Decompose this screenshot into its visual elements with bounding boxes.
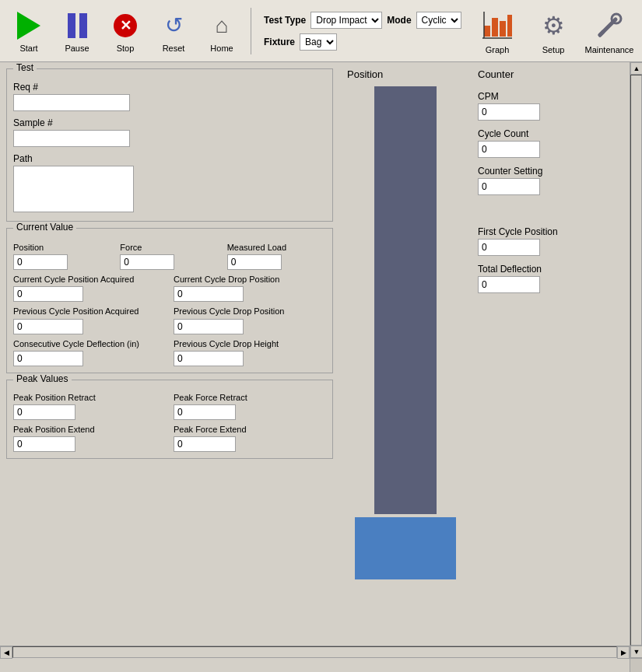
reset-label: Reset [163, 44, 185, 53]
cpm-field: CPM [478, 91, 626, 121]
cv-curr-cycle-drop-pos-label: Current Cycle Drop Position [174, 275, 326, 285]
test-type-label: Test Type [264, 15, 306, 26]
sample-label: Sample # [13, 117, 134, 128]
scroll-up-button[interactable]: ▲ [630, 62, 642, 75]
setup-label: Setup [542, 45, 565, 54]
scroll-right-button[interactable]: ▶ [617, 646, 630, 659]
svg-rect-2 [492, 18, 498, 37]
cv-prev-cycle-pos-acq-label: Previous Cycle Position Acquired [13, 306, 166, 317]
peak-force-retract-field: Peak Force Retract [174, 393, 326, 420]
wrench-icon [591, 8, 627, 44]
svg-line-9 [600, 32, 603, 35]
position-bar-bottom [355, 517, 456, 579]
toolbar-separator [251, 8, 251, 54]
req-input[interactable] [13, 94, 130, 111]
req-label: Req # [13, 82, 134, 93]
graph-button[interactable]: Graph [471, 5, 524, 58]
home-icon: ⌂ [205, 9, 238, 42]
cv-prev-cycle-drop-pos-field: Previous Cycle Drop Position [174, 306, 326, 334]
vertical-scrollbar[interactable]: ▲ ▼ [630, 62, 642, 658]
horizontal-scrollbar[interactable]: ◀ ▶ [0, 646, 630, 658]
right-separator [478, 203, 626, 219]
start-button[interactable]: Start [6, 6, 51, 56]
cv-position-field: Position [13, 243, 112, 270]
cv-prev-cycle-drop-height-input[interactable] [174, 351, 244, 366]
cv-prev-cycle-pos-acq-input[interactable] [13, 319, 83, 334]
fixture-row: Fixture Bag [264, 33, 461, 51]
peak-force-extend-input[interactable] [174, 436, 236, 452]
cv-force-input[interactable] [120, 254, 174, 270]
scroll-track-vertical[interactable] [630, 75, 642, 646]
stop-button[interactable]: ✕ Stop [103, 6, 148, 56]
path-label: Path [13, 153, 134, 164]
peak-pos-retract-field: Peak Position Retract [13, 393, 166, 420]
cv-row4: Consecutive Cycle Deflection (in) Previo… [13, 339, 326, 366]
stop-icon: ✕ [109, 9, 142, 42]
scrollbar-corner [630, 658, 642, 672]
svg-rect-1 [484, 26, 490, 37]
cycle-count-input[interactable] [478, 141, 540, 158]
toolbar-controls: Test Type Drop Impact Mode Cyclic Fixtur… [264, 12, 461, 51]
cv-measured-load-label: Measured Load [227, 243, 326, 253]
pause-button[interactable]: Pause [54, 6, 100, 56]
home-button[interactable]: ⌂ Home [199, 6, 244, 56]
counter-setting-label: Counter Setting [478, 166, 626, 177]
peak-pos-extend-input[interactable] [13, 436, 75, 452]
mode-select[interactable]: Cyclic [416, 12, 461, 29]
peak-values-grid: Peak Position Retract Peak Force Retract… [13, 393, 326, 452]
peak-force-extend-field: Peak Force Extend [174, 425, 326, 452]
current-value-title: Current Value [13, 222, 76, 233]
cpm-input[interactable] [478, 103, 540, 121]
setup-button[interactable]: ⚙ Setup [527, 5, 580, 58]
cv-force-label: Force [120, 243, 219, 253]
cv-prev-cycle-drop-pos-input[interactable] [174, 319, 244, 334]
center-panel: Position [339, 68, 472, 652]
stop-label: Stop [117, 44, 135, 53]
first-cycle-pos-input[interactable] [478, 239, 540, 256]
pause-icon [61, 9, 93, 42]
sample-input[interactable] [13, 130, 130, 147]
cv-prev-cycle-drop-height-field: Previous Cycle Drop Height [174, 339, 326, 366]
scroll-track-horizontal[interactable] [12, 646, 617, 658]
first-cycle-pos-label: First Cycle Position [478, 226, 626, 237]
cv-consec-cycle-defl-input[interactable] [13, 351, 83, 366]
test-type-select[interactable]: Drop Impact [310, 12, 382, 29]
cv-measured-load-field: Measured Load [227, 243, 326, 270]
cv-consec-cycle-defl-label: Consecutive Cycle Deflection (in) [13, 339, 166, 349]
scroll-left-button[interactable]: ◀ [0, 646, 12, 659]
cpm-label: CPM [478, 91, 626, 102]
toolbar: Start Pause ✕ Stop ↺ Reset [0, 0, 642, 62]
cv-row1: Position Force Measured Load [13, 243, 326, 270]
cv-curr-cycle-drop-pos-input[interactable] [174, 286, 244, 302]
reset-icon: ↺ [157, 9, 190, 42]
home-label: Home [210, 44, 233, 53]
counter-title: Counter [478, 68, 626, 80]
total-deflection-input[interactable] [478, 276, 540, 293]
cv-curr-cycle-pos-acq-input[interactable] [13, 286, 83, 302]
fixture-select[interactable]: Bag [300, 33, 337, 51]
start-label: Start [19, 44, 37, 53]
counter-setting-input[interactable] [478, 178, 540, 195]
cv-measured-load-input[interactable] [227, 254, 282, 270]
cv-prev-cycle-pos-acq-field: Previous Cycle Position Acquired [13, 306, 166, 334]
position-visualization [355, 86, 456, 600]
svg-rect-3 [500, 21, 506, 37]
scroll-down-button[interactable]: ▼ [630, 646, 642, 658]
maintenance-button[interactable]: Maintenance [583, 5, 636, 58]
path-textarea[interactable] [13, 166, 134, 212]
peak-force-extend-label: Peak Force Extend [174, 425, 326, 435]
position-bar-top [374, 86, 437, 514]
cv-consec-cycle-defl-field: Consecutive Cycle Deflection (in) [13, 339, 166, 366]
pause-label: Pause [65, 44, 89, 53]
graph-label: Graph [486, 45, 510, 54]
page-wrapper: Start Pause ✕ Stop ↺ Reset [0, 0, 642, 672]
peak-force-retract-input[interactable] [174, 404, 236, 420]
peak-pos-retract-input[interactable] [13, 404, 75, 420]
test-type-row: Test Type Drop Impact Mode Cyclic [264, 12, 461, 29]
svg-rect-4 [507, 15, 512, 37]
cv-position-input[interactable] [13, 254, 68, 270]
reset-button[interactable]: ↺ Reset [151, 6, 196, 56]
first-cycle-pos-field: First Cycle Position [478, 226, 626, 256]
start-icon [12, 9, 45, 42]
cv-force-field: Force [120, 243, 219, 270]
